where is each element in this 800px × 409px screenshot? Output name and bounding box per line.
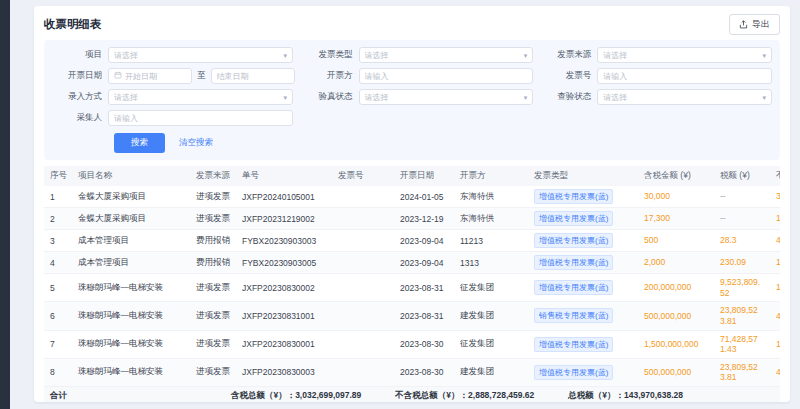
invoice-type-tag: 增值税专用发票(蓝) [534,280,613,295]
summary-total-label: 合计 [50,390,140,402]
field-label: 开票日期 [52,70,108,82]
cell-invoice_no [332,313,394,319]
cell-project: 金蝶大厦采购项目 [72,188,190,206]
calendar-icon [114,71,122,81]
cell-net: 1,769.91 [770,254,780,271]
cell-order_no: JXFP20231219002 [236,211,332,227]
table-row: 4成本管理项目费用报销FYBX202309030052023-09-041313… [44,252,780,274]
cell-issuer: 征发集团 [454,335,528,353]
invoice-table: 序号项目名称发票来源单号发票号开票日期开票方发票类型含税金额 (¥)税额 (¥)… [44,166,780,387]
verify-status-select[interactable]: 请选择 ▾ [359,89,534,105]
invoice-number-input[interactable] [597,68,772,84]
column-header-tax: 税额 (¥) [714,166,770,186]
content-card: 收票明细表 导出 项目 请选择 ▾ 发票类型 请选择 ▾ [34,6,790,402]
cell-order_no: JXFP20230830001 [236,336,332,352]
cell-no: 8 [44,364,72,380]
chevron-down-icon: ▾ [762,52,766,59]
cell-order_no: JXFP20230831001 [236,308,332,324]
column-header-net: 不含税金额 (¥) [770,166,780,186]
cell-no: 7 [44,336,72,352]
invoice-table-header: 序号项目名称发票来源单号发票号开票日期开票方发票类型含税金额 (¥)税额 (¥)… [44,166,780,186]
summary-item-value: 143,970,638.28 [624,390,683,400]
cell-no: 3 [44,233,72,249]
filter-field-verify-status: 验真状态 请选择 ▾ [303,89,534,105]
summary-item-untaxed-total: 不含税总额（¥）：2,888,728,459.62 [395,390,534,402]
cell-invoice_no [332,194,394,200]
column-header-project: 项目名称 [72,166,190,186]
cell-date: 2023-09-04 [394,233,454,249]
cell-amount: 2,000 [638,254,714,271]
invoice-table-body: 1金蝶大厦采购项目进项发票JXFP202401050012024-01-05东海… [44,186,780,387]
project-select[interactable]: 请选择 ▾ [108,47,293,63]
field-label: 录入方式 [52,91,108,103]
cell-amount: 500,000,000 [638,308,714,325]
filter-panel: 项目 请选择 ▾ 发票类型 请选择 ▾ 发票来源 请选择 ▾ [44,40,780,160]
select-placeholder: 请选择 [603,50,762,61]
column-header-no: 序号 [44,166,72,186]
invoice-type-tag: 销售税专用发票(蓝) [534,308,613,323]
cell-date: 2023-12-19 [394,211,454,227]
field-label: 验真状态 [303,91,359,103]
cell-type: 增值税专用发票(蓝) [528,277,638,298]
cell-date: 2023-08-31 [394,308,454,324]
export-button[interactable]: 导出 [729,14,780,35]
invoice-date-end-input[interactable]: 结束日期 [211,68,295,84]
cell-date: 2023-08-30 [394,336,454,352]
cell-no: 1 [44,189,72,205]
cell-date: 2023-08-30 [394,364,454,380]
cell-amount: 500 [638,232,714,249]
cell-issuer: 1313 [454,255,528,271]
invoice-source-select[interactable]: 请选择 ▾ [597,47,772,63]
cell-net: 476,190,476.19 [770,308,780,325]
issuer-input[interactable] [359,68,534,84]
entry-method-select[interactable]: 请选择 ▾ [108,89,293,105]
cell-no: 4 [44,255,72,271]
date-separator: 至 [197,70,206,82]
summary-item-value: 3,032,699,097.89 [295,390,361,400]
column-header-invoice_no: 发票号 [332,166,394,186]
cell-date: 2023-09-04 [394,255,454,271]
column-header-date: 开票日期 [394,166,454,186]
invoice-type-select[interactable]: 请选择 ▾ [359,47,534,63]
filter-field-check-status: 查验状态 请选择 ▾ [541,89,772,105]
field-label: 采集人 [52,112,108,124]
invoice-date-start-input[interactable]: 开始日期 [108,68,192,84]
collector-input[interactable] [108,110,293,126]
summary-item-value: 2,888,728,459.62 [468,390,534,400]
table-row: 3成本管理项目费用报销FYBX202309030032023-09-041121… [44,230,780,252]
cell-no: 5 [44,280,72,296]
check-status-select[interactable]: 请选择 ▾ [597,89,772,105]
cell-source: 进项发票 [190,307,236,325]
column-header-amount: 含税金额 (¥) [638,166,714,186]
cell-type: 增值税专用发票(蓝) [528,208,638,229]
filter-field-project: 项目 请选择 ▾ [52,47,295,63]
invoice-type-tag: 增值税专用发票(蓝) [534,211,613,226]
cell-no: 2 [44,211,72,227]
summary-item-label: 含税总额（¥）： [231,390,295,400]
table-row: 6珠穆朗玛峰—电梯安装进项发票JXFP202308310012023-08-31… [44,302,780,330]
cell-type: 增值税专用发票(蓝) [528,334,638,355]
export-button-label: 导出 [752,18,770,31]
cell-net: 471.7 [770,232,780,249]
cell-type: 增值税专用发票(蓝) [528,186,638,207]
cell-invoice_no [332,285,394,291]
invoice-type-tag: 增值税专用发票(蓝) [534,365,613,380]
invoice-type-tag: 增值税专用发票(蓝) [534,189,613,204]
cell-amount: 17,300 [638,210,714,227]
cell-source: 进项发票 [190,335,236,353]
clear-search-button[interactable]: 清空搜索 [175,133,217,153]
cell-net: 476,190,476.19 [770,364,780,381]
cell-amount: 200,000,000 [638,279,714,296]
chevron-down-icon: ▾ [283,52,287,59]
cell-tax: 28.3 [714,232,770,249]
cell-invoice_no [332,341,394,347]
invoice-type-tag: 增值税专用发票(蓝) [534,337,613,352]
summary-item-tax-total: 总税额（¥）：143,970,638.28 [568,390,683,402]
cell-tax: 230.09 [714,254,770,271]
cell-amount: 1,500,000,000 [638,336,714,353]
cell-project: 珠穆朗玛峰—电梯安装 [72,307,190,325]
field-label: 发票来源 [541,49,597,61]
cell-project: 珠穆朗玛峰—电梯安装 [72,335,190,353]
cell-issuer: 东海特供 [454,210,528,228]
search-button[interactable]: 搜索 [114,133,165,153]
